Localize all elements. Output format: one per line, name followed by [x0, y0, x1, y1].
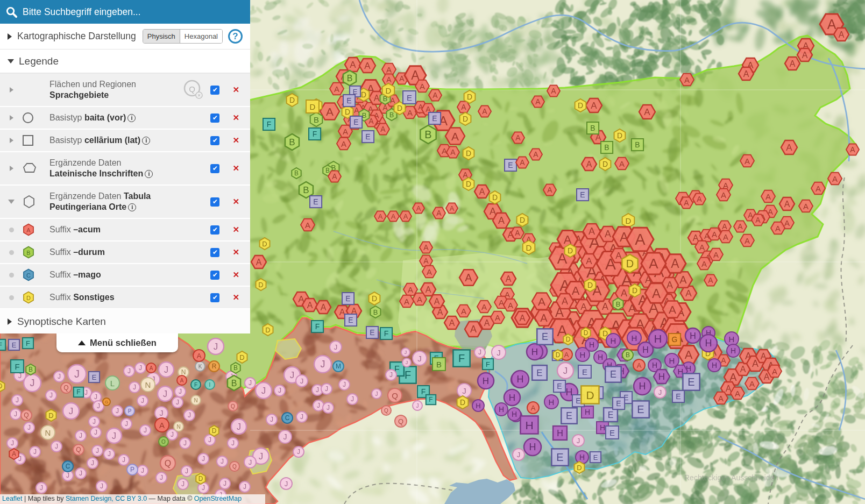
svg-text:A: A: [649, 255, 658, 272]
svg-text:J: J: [658, 388, 662, 396]
svg-text:Q: Q: [165, 459, 171, 468]
svg-text:A: A: [479, 187, 485, 196]
svg-text:J: J: [100, 482, 103, 490]
svg-text:J: J: [55, 443, 58, 450]
svg-text:A: A: [726, 384, 732, 393]
svg-text:J: J: [249, 458, 252, 466]
svg-text:J: J: [327, 404, 330, 411]
svg-text:B: B: [325, 167, 330, 174]
svg-text:A: A: [437, 308, 443, 317]
svg-text:I: I: [209, 382, 211, 388]
svg-text:F: F: [405, 369, 411, 381]
svg-text:A: A: [307, 301, 313, 310]
svg-text:R: R: [212, 363, 217, 370]
svg-text:D: D: [198, 475, 203, 482]
svg-text:A: A: [450, 204, 455, 212]
svg-text:A: A: [420, 82, 425, 91]
svg-text:F: F: [313, 130, 317, 138]
svg-text:F: F: [76, 388, 80, 396]
svg-text:A: A: [572, 284, 580, 297]
svg-text:B: B: [389, 111, 394, 119]
svg-text:E: E: [353, 118, 358, 126]
svg-text:B: B: [635, 140, 640, 149]
svg-text:E: E: [557, 382, 562, 391]
svg-text:A: A: [699, 243, 705, 252]
svg-text:J: J: [93, 418, 96, 425]
svg-text:A: A: [436, 209, 442, 217]
svg-text:A: A: [615, 251, 622, 261]
svg-text:A: A: [520, 158, 525, 167]
svg-text:A: A: [685, 348, 693, 361]
svg-text:A: A: [334, 84, 339, 94]
svg-text:A: A: [735, 389, 740, 398]
svg-text:A: A: [712, 230, 717, 239]
svg-text:B: B: [436, 360, 442, 369]
svg-text:A: A: [775, 224, 781, 233]
svg-text:J: J: [122, 456, 125, 464]
svg-text:D: D: [467, 93, 472, 101]
svg-text:B: B: [616, 300, 621, 308]
svg-text:A: A: [535, 97, 541, 106]
svg-text:B: B: [314, 115, 319, 124]
svg-text:B: B: [29, 366, 33, 373]
svg-text:A: A: [652, 286, 661, 301]
svg-text:H: H: [566, 387, 573, 397]
svg-text:N: N: [176, 424, 180, 430]
svg-text:A: A: [256, 258, 262, 267]
svg-text:A: A: [449, 318, 455, 328]
svg-text:E: E: [365, 132, 370, 141]
svg-text:A: A: [697, 195, 702, 203]
svg-text:J: J: [278, 387, 281, 394]
svg-text:J: J: [389, 371, 393, 379]
svg-text:B: B: [303, 185, 309, 195]
svg-text:J: J: [297, 448, 300, 456]
svg-text:L: L: [110, 379, 115, 388]
svg-text:J: J: [160, 409, 164, 417]
svg-text:D: D: [520, 216, 525, 224]
svg-text:J: J: [285, 480, 288, 488]
svg-text:A: A: [432, 91, 438, 100]
svg-text:A: A: [620, 230, 628, 244]
svg-text:A: A: [540, 312, 548, 324]
svg-text:J: J: [94, 393, 97, 401]
svg-text:J: J: [563, 366, 568, 376]
svg-text:J: J: [96, 447, 99, 455]
svg-text:H: H: [549, 397, 555, 407]
svg-text:A: A: [802, 51, 808, 60]
svg-text:A: A: [786, 143, 792, 153]
svg-text:C: C: [66, 463, 70, 470]
svg-text:E: E: [92, 373, 97, 381]
svg-text:A: A: [380, 125, 386, 133]
svg-text:J: J: [176, 399, 179, 406]
svg-text:A: A: [745, 236, 750, 245]
svg-text:A: A: [667, 280, 673, 290]
svg-text:D: D: [289, 96, 295, 104]
svg-text:E: E: [593, 453, 598, 462]
svg-text:K: K: [198, 364, 202, 370]
svg-text:D: D: [262, 240, 267, 248]
svg-text:J: J: [243, 483, 246, 491]
svg-text:A: A: [423, 243, 429, 252]
svg-text:A: A: [669, 303, 676, 316]
svg-text:A: A: [305, 221, 310, 230]
svg-text:D: D: [568, 246, 573, 255]
svg-text:D: D: [566, 336, 571, 343]
svg-text:A: A: [442, 146, 447, 155]
svg-text:A: A: [341, 139, 346, 148]
svg-text:A: A: [619, 159, 625, 168]
svg-text:A: A: [403, 212, 408, 221]
svg-text:E: E: [370, 328, 374, 337]
svg-text:A: A: [722, 222, 727, 231]
svg-text:N: N: [45, 428, 51, 437]
svg-text:A: A: [12, 450, 16, 458]
svg-text:J: J: [14, 410, 17, 418]
svg-text:J: J: [300, 377, 304, 385]
svg-text:A: A: [721, 356, 726, 365]
svg-text:A: A: [495, 313, 500, 322]
svg-text:J: J: [290, 370, 295, 380]
svg-text:J: J: [416, 403, 419, 409]
svg-text:E: E: [637, 403, 644, 415]
svg-text:A: A: [159, 421, 165, 430]
svg-text:A: A: [839, 30, 845, 39]
svg-text:A: A: [515, 133, 521, 142]
